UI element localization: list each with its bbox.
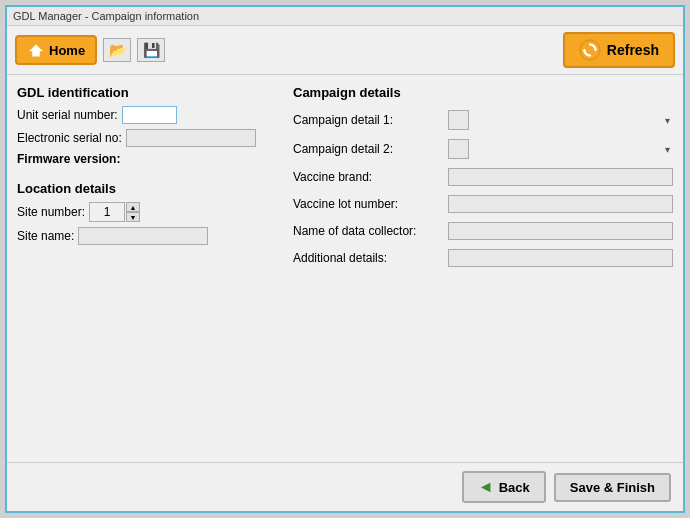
refresh-icon [579,39,601,61]
spinner-up-button[interactable]: ▲ [126,202,140,212]
home-button[interactable]: Home [15,35,97,65]
campaign-detail1-row: Campaign detail 1: ▾ [293,110,673,130]
main-content: GDL identification Unit serial number: E… [7,75,683,462]
site-number-label: Site number: [17,205,85,219]
campaign-detail2-select[interactable] [448,139,469,159]
save-icon: 💾 [143,42,160,58]
back-button[interactable]: ◄ Back [462,471,546,503]
left-panel: GDL identification Unit serial number: E… [17,85,277,452]
right-panel: Campaign details Campaign detail 1: ▾ Ca… [293,85,673,452]
home-icon [27,41,45,59]
additional-details-label: Additional details: [293,251,448,265]
save-finish-label: Save & Finish [570,480,655,495]
spinner-down-button[interactable]: ▼ [126,212,140,222]
site-name-label: Site name: [17,229,74,243]
open-folder-icon: 📂 [109,42,126,58]
home-label: Home [49,43,85,58]
campaign-detail2-wrapper: ▾ [448,139,673,159]
unit-serial-input[interactable] [122,106,177,124]
data-collector-label: Name of data collector: [293,224,448,238]
footer: ◄ Back Save & Finish [7,462,683,511]
site-number-input[interactable] [89,202,125,222]
firmware-label: Firmware version: [17,152,120,166]
vaccine-brand-label: Vaccine brand: [293,170,448,184]
additional-details-input[interactable] [448,249,673,267]
campaign-detail1-select[interactable] [448,110,469,130]
electronic-serial-label: Electronic serial no: [17,131,122,145]
gdl-section-title: GDL identification [17,85,277,100]
spinner-buttons: ▲ ▼ [126,202,140,222]
back-arrow-icon: ◄ [478,478,494,496]
vaccine-brand-input[interactable] [448,168,673,186]
campaign-detail1-wrapper: ▾ [448,110,673,130]
campaign-detail1-label: Campaign detail 1: [293,113,448,127]
location-section-title: Location details [17,181,277,196]
firmware-row: Firmware version: [17,152,277,166]
gdl-section: GDL identification Unit serial number: E… [17,85,277,171]
main-window: GDL Manager - Campaign information Home … [5,5,685,513]
electronic-serial-row: Electronic serial no: [17,129,277,147]
refresh-button[interactable]: Refresh [563,32,675,68]
save-button[interactable]: 💾 [137,38,165,62]
campaign-section-title: Campaign details [293,85,673,100]
data-collector-input[interactable] [448,222,673,240]
save-finish-button[interactable]: Save & Finish [554,473,671,502]
site-number-row: Site number: ▲ ▼ [17,202,277,222]
site-number-spinner: ▲ ▼ [89,202,140,222]
toolbar-left: Home 📂 💾 [15,35,165,65]
unit-serial-label: Unit serial number: [17,108,118,122]
refresh-label: Refresh [607,42,659,58]
unit-serial-row: Unit serial number: [17,106,277,124]
vaccine-lot-input[interactable] [448,195,673,213]
chevron-down-icon-2: ▾ [665,144,670,155]
back-label: Back [499,480,530,495]
site-name-input[interactable] [78,227,208,245]
additional-details-row: Additional details: [293,249,673,267]
site-name-row: Site name: [17,227,277,245]
window-title: GDL Manager - Campaign information [13,10,199,22]
data-collector-row: Name of data collector: [293,222,673,240]
open-folder-button[interactable]: 📂 [103,38,131,62]
chevron-down-icon: ▾ [665,115,670,126]
toolbar: Home 📂 💾 Refresh [7,26,683,75]
vaccine-brand-row: Vaccine brand: [293,168,673,186]
campaign-detail2-label: Campaign detail 2: [293,142,448,156]
vaccine-lot-row: Vaccine lot number: [293,195,673,213]
title-bar: GDL Manager - Campaign information [7,7,683,26]
location-section: Location details Site number: ▲ ▼ Site n… [17,181,277,250]
campaign-detail2-row: Campaign detail 2: ▾ [293,139,673,159]
vaccine-lot-label: Vaccine lot number: [293,197,448,211]
electronic-serial-input[interactable] [126,129,256,147]
